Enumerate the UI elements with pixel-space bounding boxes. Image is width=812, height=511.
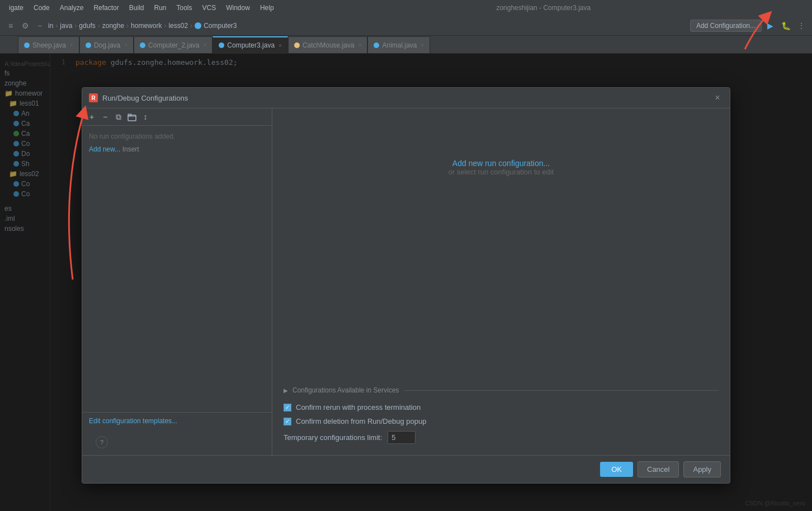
- checkbox-deletion-label: Confirm deletion from Run/Debug popup: [296, 417, 426, 425]
- copy-config-toolbar-btn[interactable]: ⧉: [112, 111, 125, 123]
- services-section-label: Configurations Available in Services: [292, 386, 399, 394]
- minimize-icon[interactable]: −: [34, 20, 46, 32]
- right-panel-center: Add new run configuration... or select r…: [284, 136, 719, 176]
- menu-navigate[interactable]: igate: [4, 3, 28, 13]
- add-configuration-button[interactable]: Add Configuration...: [690, 20, 762, 32]
- settings-section: ✓ Confirm rerun with process termination…: [284, 403, 719, 444]
- temp-limit-input[interactable]: [388, 431, 416, 444]
- menu-vcs[interactable]: VCS: [198, 3, 221, 13]
- help-button[interactable]: ?: [96, 436, 108, 448]
- checkmark-icon: ✓: [285, 404, 290, 410]
- temp-limit-row: Temporary configurations limit:: [284, 431, 719, 444]
- settings-icon[interactable]: ⚙: [19, 20, 31, 32]
- tab-label: Computer_2.java: [148, 41, 199, 49]
- checkmark-icon: ✓: [285, 418, 290, 424]
- editor-area: A:\IdeaProjects\z fs zonghe 📁homewor 📁le…: [0, 54, 812, 511]
- add-new-row: Add new... Insert: [89, 145, 265, 153]
- sidebar-toggle-icon[interactable]: ≡: [4, 20, 17, 32]
- tab-dot: [374, 42, 379, 48]
- dialog-right-panel: Add new run configuration... or select r…: [272, 108, 730, 455]
- checkbox-deletion-row: ✓ Confirm deletion from Run/Debug popup: [284, 417, 719, 425]
- edit-templates-link[interactable]: Edit configuration templates...: [82, 412, 272, 429]
- tab-close-sheep[interactable]: ×: [70, 42, 73, 48]
- dialog-close-button[interactable]: ×: [712, 92, 723, 103]
- breadcrumb-less02[interactable]: less02: [168, 22, 188, 30]
- menu-window[interactable]: Window: [221, 3, 254, 13]
- menu-bar: igate Code Analyze Refactor Build Run To…: [0, 0, 812, 16]
- tab-catchmouse[interactable]: CatchMouse.java ×: [288, 36, 368, 53]
- config-toolbar: + − ⧉ ↕: [82, 108, 272, 126]
- menu-code[interactable]: Code: [29, 3, 54, 13]
- tab-animal[interactable]: Animal.java ×: [367, 36, 430, 53]
- menu-refactor[interactable]: Refactor: [89, 3, 123, 13]
- breadcrumb-computer3[interactable]: Computer3: [195, 22, 237, 30]
- tab-close-catchmouse[interactable]: ×: [358, 42, 362, 48]
- tab-dog[interactable]: Dog.java ×: [79, 36, 134, 53]
- more-icon[interactable]: ⋮: [795, 20, 808, 32]
- add-new-link[interactable]: Add new...: [89, 145, 120, 153]
- tab-dot: [294, 42, 300, 48]
- tab-dot: [140, 42, 145, 48]
- services-triangle-icon[interactable]: ▶: [284, 387, 288, 394]
- dialog-footer: OK Cancel Apply: [82, 455, 730, 483]
- breadcrumb: in › java › gdufs › zonghe › homework › …: [48, 22, 688, 30]
- insert-text: Insert: [122, 145, 139, 153]
- section-divider-line: [404, 390, 719, 391]
- remove-config-toolbar-btn[interactable]: −: [99, 111, 111, 123]
- temp-limit-label: Temporary configurations limit:: [284, 433, 382, 442]
- checkbox-deletion[interactable]: ✓: [284, 418, 291, 425]
- tab-computer3[interactable]: Computer3.java ×: [213, 36, 288, 53]
- menu-build[interactable]: Build: [125, 3, 149, 13]
- breadcrumb-in[interactable]: in: [48, 22, 53, 30]
- checkbox-rerun-label: Confirm rerun with process termination: [296, 403, 421, 411]
- run-icon[interactable]: ▶: [764, 20, 776, 32]
- tab-label: Sheep.java: [32, 41, 66, 49]
- sort-config-toolbar-btn[interactable]: ↕: [139, 111, 152, 123]
- window-title: zongheshijian - Computer3.java: [280, 4, 808, 12]
- right-spacer: [284, 185, 719, 377]
- breadcrumb-zonghe[interactable]: zonghe: [102, 22, 124, 30]
- no-configs-text: No run configurations added.: [89, 133, 265, 140]
- menu-analyze[interactable]: Analyze: [55, 3, 88, 13]
- debug-icon[interactable]: 🐛: [780, 20, 792, 32]
- tab-label: Computer3.java: [227, 41, 275, 49]
- tabs-bar: Sheep.java × Dog.java × Computer_2.java …: [0, 36, 812, 54]
- tab-computer2[interactable]: Computer_2.java ×: [134, 36, 213, 53]
- tab-sheep[interactable]: Sheep.java ×: [18, 36, 79, 53]
- tab-label: Dog.java: [94, 41, 120, 49]
- toolbar: ≡ ⚙ − in › java › gdufs › zonghe › homew…: [0, 16, 812, 36]
- tab-label: Animal.java: [382, 41, 417, 49]
- run-toolbar: ▶ 🐛 ⋮: [764, 20, 808, 32]
- dialog-title-bar: R Run/Debug Configurations ×: [82, 88, 730, 108]
- tab-close-animal[interactable]: ×: [421, 42, 424, 48]
- tab-close-computer3[interactable]: ×: [278, 42, 282, 49]
- checkbox-rerun-row: ✓ Confirm rerun with process termination: [284, 403, 719, 411]
- folder-config-toolbar-btn[interactable]: [126, 111, 138, 123]
- services-section-divider: ▶ Configurations Available in Services: [284, 386, 719, 394]
- cancel-button[interactable]: Cancel: [638, 461, 679, 477]
- select-run-config-text: or select run configuration to edit: [284, 168, 719, 176]
- add-config-toolbar-btn[interactable]: +: [86, 111, 98, 123]
- menu-help[interactable]: Help: [256, 3, 278, 13]
- dialog-title-text: Run/Debug Configurations: [102, 94, 707, 102]
- tab-dot: [24, 42, 30, 48]
- tab-close-computer2[interactable]: ×: [204, 42, 207, 48]
- breadcrumb-java[interactable]: java: [60, 22, 72, 30]
- checkbox-rerun[interactable]: ✓: [284, 404, 291, 411]
- config-list: No run configurations added. Add new... …: [82, 126, 272, 412]
- tab-label: CatchMouse.java: [303, 41, 355, 49]
- tab-dot: [86, 42, 91, 48]
- breadcrumb-gdufs[interactable]: gdufs: [79, 22, 95, 30]
- breadcrumb-homework[interactable]: homework: [131, 22, 162, 30]
- menu-run[interactable]: Run: [149, 3, 171, 13]
- menu-tools[interactable]: Tools: [172, 3, 196, 13]
- ok-button[interactable]: OK: [600, 462, 633, 477]
- tab-dot: [219, 42, 224, 48]
- apply-button[interactable]: Apply: [683, 461, 721, 477]
- add-new-run-config-link[interactable]: Add new run configuration...: [284, 159, 719, 168]
- tab-close-dog[interactable]: ×: [124, 42, 128, 48]
- dialog-overlay: R Run/Debug Configurations × + − ⧉: [0, 54, 812, 511]
- run-debug-dialog: R Run/Debug Configurations × + − ⧉: [82, 87, 730, 484]
- dialog-left-panel: + − ⧉ ↕ No run configur: [82, 108, 272, 455]
- dialog-title-icon: R: [89, 93, 98, 102]
